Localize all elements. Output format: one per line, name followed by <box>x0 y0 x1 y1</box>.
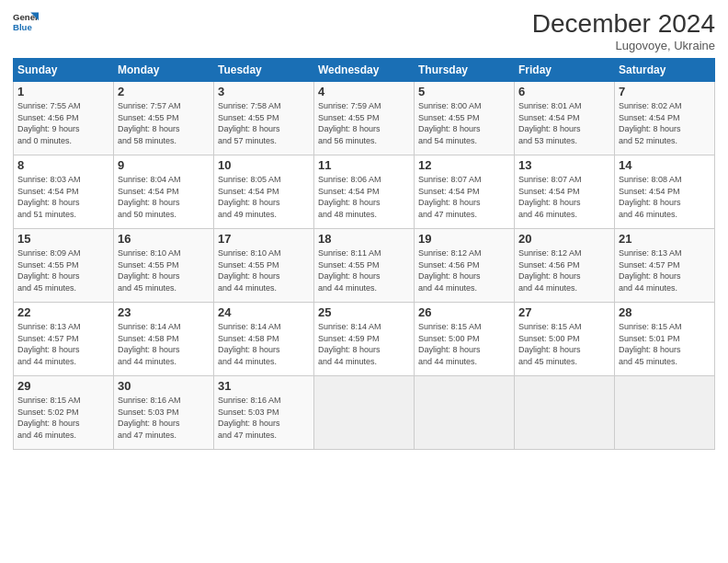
day-info: Sunrise: 8:12 AM Sunset: 4:56 PM Dayligh… <box>418 247 510 293</box>
day-info: Sunrise: 8:15 AM Sunset: 5:00 PM Dayligh… <box>418 321 510 367</box>
logo: General Blue <box>13 9 39 35</box>
day-cell: 7Sunrise: 8:02 AM Sunset: 4:54 PM Daylig… <box>615 82 715 155</box>
day-number: 2 <box>118 85 210 98</box>
day-number: 22 <box>17 305 109 319</box>
day-info: Sunrise: 7:57 AM Sunset: 4:55 PM Dayligh… <box>118 100 210 146</box>
day-cell: 11Sunrise: 8:06 AM Sunset: 4:54 PM Dayli… <box>314 155 415 229</box>
day-info: Sunrise: 8:14 AM Sunset: 4:59 PM Dayligh… <box>318 321 410 367</box>
col-header-tuesday: Tuesday <box>214 59 314 82</box>
week-row-4: 22Sunrise: 8:13 AM Sunset: 4:57 PM Dayli… <box>14 303 715 376</box>
day-cell <box>515 376 615 450</box>
day-number: 25 <box>318 305 410 319</box>
day-number: 12 <box>418 158 510 172</box>
day-info: Sunrise: 8:05 AM Sunset: 4:54 PM Dayligh… <box>218 174 310 220</box>
day-info: Sunrise: 8:00 AM Sunset: 4:55 PM Dayligh… <box>418 100 510 146</box>
day-number: 1 <box>17 85 109 98</box>
day-cell: 22Sunrise: 8:13 AM Sunset: 4:57 PM Dayli… <box>14 303 114 376</box>
page-container: General Blue December 2024 Lugovoye, Ukr… <box>0 0 728 455</box>
week-row-5: 29Sunrise: 8:15 AM Sunset: 5:02 PM Dayli… <box>14 376 715 450</box>
day-info: Sunrise: 8:02 AM Sunset: 4:54 PM Dayligh… <box>619 100 711 146</box>
day-info: Sunrise: 8:07 AM Sunset: 4:54 PM Dayligh… <box>518 174 610 220</box>
day-cell: 6Sunrise: 8:01 AM Sunset: 4:54 PM Daylig… <box>515 82 615 155</box>
day-number: 19 <box>418 232 510 246</box>
day-info: Sunrise: 8:08 AM Sunset: 4:54 PM Dayligh… <box>619 174 711 220</box>
day-cell: 24Sunrise: 8:14 AM Sunset: 4:58 PM Dayli… <box>214 303 314 376</box>
day-info: Sunrise: 8:13 AM Sunset: 4:57 PM Dayligh… <box>619 247 711 293</box>
day-number: 5 <box>418 85 510 98</box>
day-number: 23 <box>118 305 210 319</box>
day-cell: 20Sunrise: 8:12 AM Sunset: 4:56 PM Dayli… <box>515 229 615 303</box>
day-cell: 31Sunrise: 8:16 AM Sunset: 5:03 PM Dayli… <box>214 376 314 450</box>
day-info: Sunrise: 8:16 AM Sunset: 5:03 PM Dayligh… <box>218 395 310 441</box>
day-cell: 15Sunrise: 8:09 AM Sunset: 4:55 PM Dayli… <box>14 229 114 303</box>
day-cell: 17Sunrise: 8:10 AM Sunset: 4:55 PM Dayli… <box>214 229 314 303</box>
col-header-saturday: Saturday <box>615 59 715 82</box>
day-info: Sunrise: 8:13 AM Sunset: 4:57 PM Dayligh… <box>17 321 109 367</box>
day-cell: 8Sunrise: 8:03 AM Sunset: 4:54 PM Daylig… <box>14 155 114 229</box>
day-cell: 13Sunrise: 8:07 AM Sunset: 4:54 PM Dayli… <box>515 155 615 229</box>
day-info: Sunrise: 8:11 AM Sunset: 4:55 PM Dayligh… <box>318 247 410 293</box>
col-header-monday: Monday <box>114 59 214 82</box>
day-number: 16 <box>118 232 210 246</box>
week-row-2: 8Sunrise: 8:03 AM Sunset: 4:54 PM Daylig… <box>14 155 715 229</box>
day-number: 18 <box>318 232 410 246</box>
day-info: Sunrise: 8:10 AM Sunset: 4:55 PM Dayligh… <box>118 247 210 293</box>
day-number: 14 <box>619 158 711 172</box>
day-info: Sunrise: 8:07 AM Sunset: 4:54 PM Dayligh… <box>418 174 510 220</box>
day-cell: 9Sunrise: 8:04 AM Sunset: 4:54 PM Daylig… <box>114 155 214 229</box>
day-cell: 1Sunrise: 7:55 AM Sunset: 4:56 PM Daylig… <box>14 82 114 155</box>
day-cell: 3Sunrise: 7:58 AM Sunset: 4:55 PM Daylig… <box>214 82 314 155</box>
day-info: Sunrise: 8:15 AM Sunset: 5:00 PM Dayligh… <box>518 321 610 367</box>
day-number: 13 <box>518 158 610 172</box>
day-number: 29 <box>17 379 109 393</box>
day-number: 21 <box>619 232 711 246</box>
day-cell: 10Sunrise: 8:05 AM Sunset: 4:54 PM Dayli… <box>214 155 314 229</box>
day-info: Sunrise: 8:15 AM Sunset: 5:01 PM Dayligh… <box>619 321 711 367</box>
day-info: Sunrise: 7:58 AM Sunset: 4:55 PM Dayligh… <box>218 100 310 146</box>
day-info: Sunrise: 8:04 AM Sunset: 4:54 PM Dayligh… <box>118 174 210 220</box>
day-info: Sunrise: 8:01 AM Sunset: 4:54 PM Dayligh… <box>518 100 610 146</box>
day-cell: 26Sunrise: 8:15 AM Sunset: 5:00 PM Dayli… <box>415 303 515 376</box>
col-header-thursday: Thursday <box>415 59 515 82</box>
day-info: Sunrise: 8:16 AM Sunset: 5:03 PM Dayligh… <box>118 395 210 441</box>
day-info: Sunrise: 8:14 AM Sunset: 4:58 PM Dayligh… <box>218 321 310 367</box>
day-cell: 5Sunrise: 8:00 AM Sunset: 4:55 PM Daylig… <box>415 82 515 155</box>
day-number: 4 <box>318 85 410 98</box>
header-row: SundayMondayTuesdayWednesdayThursdayFrid… <box>14 59 715 82</box>
day-cell <box>314 376 415 450</box>
day-number: 7 <box>619 85 711 98</box>
day-info: Sunrise: 8:14 AM Sunset: 4:58 PM Dayligh… <box>118 321 210 367</box>
location: Lugovoye, Ukraine <box>532 39 715 52</box>
col-header-friday: Friday <box>515 59 615 82</box>
day-number: 10 <box>218 158 310 172</box>
day-number: 9 <box>118 158 210 172</box>
day-cell: 4Sunrise: 7:59 AM Sunset: 4:55 PM Daylig… <box>314 82 415 155</box>
header: General Blue December 2024 Lugovoye, Ukr… <box>13 9 715 52</box>
day-number: 3 <box>218 85 310 98</box>
week-row-1: 1Sunrise: 7:55 AM Sunset: 4:56 PM Daylig… <box>14 82 715 155</box>
day-cell: 2Sunrise: 7:57 AM Sunset: 4:55 PM Daylig… <box>114 82 214 155</box>
day-cell: 19Sunrise: 8:12 AM Sunset: 4:56 PM Dayli… <box>415 229 515 303</box>
day-cell: 28Sunrise: 8:15 AM Sunset: 5:01 PM Dayli… <box>615 303 715 376</box>
day-number: 28 <box>619 305 711 319</box>
day-number: 30 <box>118 379 210 393</box>
day-number: 26 <box>418 305 510 319</box>
col-header-sunday: Sunday <box>14 59 114 82</box>
day-cell: 16Sunrise: 8:10 AM Sunset: 4:55 PM Dayli… <box>114 229 214 303</box>
day-cell: 12Sunrise: 8:07 AM Sunset: 4:54 PM Dayli… <box>415 155 515 229</box>
day-cell: 14Sunrise: 8:08 AM Sunset: 4:54 PM Dayli… <box>615 155 715 229</box>
logo-icon: General Blue <box>13 9 39 35</box>
day-cell: 29Sunrise: 8:15 AM Sunset: 5:02 PM Dayli… <box>14 376 114 450</box>
day-info: Sunrise: 8:12 AM Sunset: 4:56 PM Dayligh… <box>518 247 610 293</box>
day-info: Sunrise: 8:09 AM Sunset: 4:55 PM Dayligh… <box>17 247 109 293</box>
month-title: December 2024 <box>532 9 715 39</box>
day-info: Sunrise: 8:06 AM Sunset: 4:54 PM Dayligh… <box>318 174 410 220</box>
day-number: 17 <box>218 232 310 246</box>
day-cell: 18Sunrise: 8:11 AM Sunset: 4:55 PM Dayli… <box>314 229 415 303</box>
day-cell: 23Sunrise: 8:14 AM Sunset: 4:58 PM Dayli… <box>114 303 214 376</box>
day-cell <box>615 376 715 450</box>
day-number: 24 <box>218 305 310 319</box>
day-number: 20 <box>518 232 610 246</box>
day-info: Sunrise: 8:10 AM Sunset: 4:55 PM Dayligh… <box>218 247 310 293</box>
day-info: Sunrise: 8:03 AM Sunset: 4:54 PM Dayligh… <box>17 174 109 220</box>
